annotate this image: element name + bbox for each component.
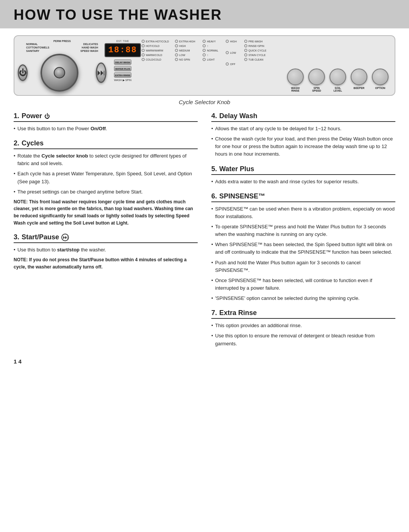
cycle-knob[interactable] [41,54,78,92]
spin-speed-button[interactable] [308,69,325,85]
radio-dot [244,44,247,47]
perm-press-label: PERM PRESS [53,40,71,42]
spinsense-bullet-6: 'SPINSENSE' option cannot be selected du… [211,295,395,302]
power-button[interactable]: ⏻ [18,64,28,81]
radio-dot [203,44,206,47]
option-no-spin: NO SPIN [175,58,195,61]
section-extra-rinse: 7. Extra Rinse This option provides an a… [211,309,395,347]
section-delay-wash: 4. Delay Wash Allows the start of any cy… [211,112,395,158]
option-warm-warm: WARM/WARM [142,49,169,52]
option-button[interactable] [372,69,389,85]
power-bullet-1: Use this button to turn the Power On/Off… [14,125,198,133]
radio-dot [175,53,178,56]
cotton-label: COTTON/TOWELS [26,46,49,49]
option-extra-hot: EXTRA HOT/COLD [142,40,169,43]
option-soil-heavy: HEAVY [203,40,218,43]
radio-dot [244,40,247,43]
section-spinsense-number: 6. [211,192,217,200]
section-extra-rinse-label: Extra Rinse [219,309,257,317]
right-panel-section: EXTRA HOT/COLD HOT/COLD WARM/WARM WARM/C… [142,40,389,92]
page-title: HOW TO USE THE WASHER [14,7,222,23]
temp-options-col: EXTRA HOT/COLD HOT/COLD WARM/WARM WARM/C… [142,40,169,66]
section-power-number: 1. [14,112,19,120]
water-plus-button[interactable]: WATER PLUS [114,66,131,71]
radio-dot [244,49,247,52]
section-delay-wash-body: Allows the start of any cycle to be dela… [211,125,395,158]
page-number: 1 4 [0,354,409,368]
delay-wash-button[interactable]: DELAY WASH [114,59,131,65]
wash-rinse-button[interactable] [287,69,304,85]
beeper-button[interactable] [351,69,367,85]
option-soil-normal: NORMAL [203,49,218,52]
radio-dot [175,44,178,47]
section-delay-wash-label: Delay Wash [219,112,257,120]
option-soil-dot1: ↑ [203,44,218,47]
cycles-bullet-2: Each cycle has a preset Water Temperatur… [14,170,198,185]
center-panel-section: EST. TIME 18:88 DELAY WASH WATER PLUS EX… [104,40,142,82]
power-icon: ⏻ [19,69,27,77]
section-cycles-label: Cycles [22,139,44,147]
radio-dot [142,40,145,43]
bottom-round-buttons: WASH/RINSE SPINSPEED SOILLEVEL BEEPER OP… [142,69,389,92]
left-column: 1. Power ⏻ Use this button to turn the P… [14,112,198,354]
cycle-selector-knob-label: Cycle Selector Knob [14,99,395,105]
option-medium: MEDIUM [175,49,195,52]
water-plus-bullet-1: Adds extra water to the wash and rinse c… [211,178,395,186]
wash-spin-label: WASH ▶ SPIN [114,79,131,82]
option-high: HIGH [175,44,195,47]
option-btn-group: OPTION [372,69,389,92]
extra-rinse-bullet-1: This option provides an additional rinse… [211,322,395,329]
option-beeper-high: HIGH [226,40,237,43]
radio-dot [244,58,247,61]
beeper-options-col: HIGH LOW OFF [226,40,237,66]
wash-rinse-btn-group: WASH/RINSE [287,69,304,92]
delay-wash-bullet-2: Choose the wash cycle for your load, and… [211,135,395,158]
cycle-knob-area [41,54,78,92]
radio-dot [226,62,229,66]
right-top-options: EXTRA HOT/COLD HOT/COLD WARM/WARM WARM/C… [142,40,389,66]
option-hot-cold: HOT/COLD [142,44,169,47]
radio-dot [203,53,206,56]
option-far-right-col: PRE-WASH RINSE+SPIN QUICK CYCLE STAIN CY… [244,40,266,66]
cycles-bullet-3: The preset settings can be changed anyti… [14,188,198,196]
normal-label: NORMAL [26,43,38,45]
spinsense-bullet-4: Push and hold the Water Plus button agai… [211,259,395,274]
spin-options-col: EXTRA HIGH HIGH MEDIUM LOW NO SPIN [175,40,195,66]
radio-dot [142,53,145,56]
spinsense-bullet-1: SPINSENSE™ can be used when there is a v… [211,205,395,220]
section-power-label: Power [22,112,42,120]
extra-rinse-button[interactable]: EXTRA RINSE [114,72,131,78]
radio-dot [203,58,206,61]
spinsense-bullet-5: Once SPINSENSE™ has been selected, will … [211,277,395,292]
option-cold-cold: COLD/COLD [142,58,169,61]
section-extra-rinse-body: This option provides an additional rinse… [211,322,395,347]
delay-wash-bullet-1: Allows the start of any cycle to be dela… [211,125,395,133]
section-extra-rinse-title: 7. Extra Rinse [211,309,395,319]
section-spinsense: 6. SPINSENSE™ SPINSENSE™ can be used whe… [211,192,395,303]
section-spinsense-label: SPINSENSE™ [219,192,265,200]
cycles-bullet-1: Rotate the Cycle selector knob to select… [14,152,198,167]
option-label: OPTION [375,87,386,89]
section-water-plus-title: 5. Water Plus [211,165,395,175]
soil-level-button[interactable] [329,69,346,85]
start-pause-bullet-1: Use this button to start/stop the washer… [14,246,198,254]
display-label: EST. TIME [116,40,129,42]
cycle-knob-inner [54,67,65,78]
radio-dot [226,40,229,43]
beeper-btn-group: BEEPER [351,69,367,92]
wash-rinse-label: WASH/RINSE [291,87,300,92]
section-power-title: 1. Power ⏻ [14,112,198,122]
washer-panel: PERM PRESS NORMAL DELICATES COTTON/TOWEL… [14,35,395,96]
section-water-plus-label: Water Plus [219,165,254,173]
section-start-pause-title: 3. Start/Pause ⏭ [14,233,198,243]
option-soil-dot2: ↑ [203,53,218,56]
soil-level-btn-group: SOILLEVEL [329,69,346,92]
option-quick-cycle: QUICK CYCLE [244,49,266,52]
time-display: 18:88 [105,43,141,57]
section-cycles: 2. Cycles Rotate the Cycle selector knob… [14,139,198,226]
content-area: 1. Power ⏻ Use this button to turn the P… [0,112,409,354]
cycles-note: NOTE: This front load washer requires lo… [14,198,198,226]
page-header: HOW TO USE THE WASHER [0,0,409,28]
left-panel-section: PERM PRESS NORMAL DELICATES COTTON/TOWEL… [20,40,104,92]
option-prewash: PRE-WASH [244,40,266,43]
